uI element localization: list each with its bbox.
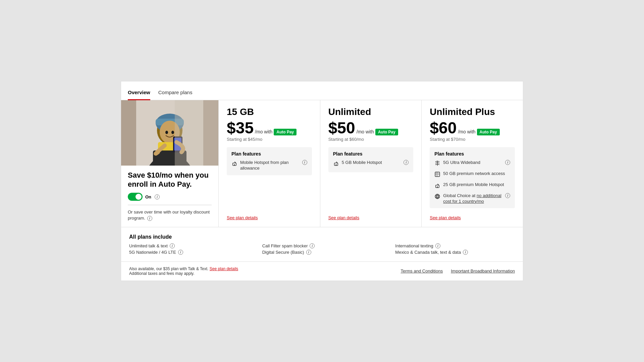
info-icon-intl-texting[interactable]: i bbox=[435, 243, 440, 248]
price-unlimited-plus: $60 bbox=[430, 120, 457, 136]
info-icon-5g-lte[interactable]: i bbox=[178, 250, 183, 255]
starting-at-unlimited: Starting at $60/mo bbox=[328, 137, 414, 142]
terms-conditions-link[interactable]: Terms and Conditions bbox=[400, 268, 443, 274]
price-per-mo-unlimited: /mo with bbox=[357, 129, 374, 134]
tab-overview[interactable]: Overview bbox=[128, 87, 150, 100]
feature-item-network: 50 GB premium network access bbox=[434, 171, 510, 179]
info-icon-autopay[interactable]: i bbox=[155, 194, 160, 199]
all-plans-item-digital-secure: Digital Secure (Basic) i bbox=[262, 250, 382, 255]
price-per-mo-unlimited-plus: /mo with bbox=[458, 129, 475, 134]
svg-point-7 bbox=[165, 131, 168, 134]
hotspot-icon bbox=[231, 160, 237, 168]
footer-see-plan-details[interactable]: See plan details bbox=[210, 266, 238, 271]
starting-at-unlimited-plus: Starting at $70/mo bbox=[430, 137, 515, 142]
price-row-unlimited-plus: $60 /mo with Auto Pay bbox=[430, 120, 515, 136]
info-icon-call-filter[interactable]: i bbox=[310, 243, 315, 248]
plan-15gb: 15 GB $35 /mo with Auto Pay Starting at … bbox=[219, 100, 320, 227]
all-plans-item-mexico-canada: Mexico & Canada talk, text & data i bbox=[395, 250, 515, 255]
all-plans-grid: Unlimited talk & text i Call Filter spam… bbox=[129, 243, 515, 255]
features-title-unlimited: Plan features bbox=[333, 151, 409, 157]
starting-at-15gb: Starting at $45/mo bbox=[227, 137, 312, 142]
wideband-icon bbox=[434, 160, 440, 168]
price-row-15gb: $35 /mo with Auto Pay bbox=[227, 120, 312, 136]
features-title-unlimited-plus: Plan features bbox=[434, 151, 510, 157]
feature-text-wideband: 5G Ultra Wideband bbox=[443, 160, 502, 166]
page-container: Overview Compare plans bbox=[121, 81, 523, 281]
feature-text-network: 50 GB premium network access bbox=[443, 171, 510, 177]
footer-section: Also available, our $35 plan with Talk &… bbox=[121, 261, 523, 281]
info-icon-loyalty[interactable]: i bbox=[147, 216, 152, 221]
plan-15gb-name: 15 GB bbox=[227, 107, 312, 117]
svg-point-8 bbox=[171, 131, 174, 134]
hotspot-icon bbox=[333, 160, 339, 168]
premium-hotspot-icon bbox=[434, 182, 440, 190]
svg-rect-13 bbox=[175, 100, 218, 166]
info-icon-global[interactable]: i bbox=[505, 193, 510, 198]
autopay-badge-unlimited: Auto Pay bbox=[375, 129, 398, 135]
all-plans-title: All plans include bbox=[129, 234, 515, 240]
globe-icon bbox=[434, 193, 440, 201]
plans-container: 15 GB $35 /mo with Auto Pay Starting at … bbox=[218, 100, 523, 227]
price-row-unlimited: $50 /mo with Auto Pay bbox=[328, 120, 414, 136]
footer-right: Terms and Conditions Important Broadband… bbox=[400, 268, 515, 274]
features-box-unlimited-plus: Plan features 5G Ultra Wideband bbox=[430, 147, 515, 208]
info-icon-talk-text[interactable]: i bbox=[170, 243, 175, 248]
see-plan-link-unlimited[interactable]: See plan details bbox=[328, 215, 414, 220]
all-plans-item-5g-lte: 5G Nationwide / 4G LTE i bbox=[129, 250, 249, 255]
feature-item-wideband: 5G Ultra Wideband i bbox=[434, 160, 510, 168]
loyalty-text: Or save over time with our loyalty disco… bbox=[128, 209, 212, 221]
feature-text-premium-hotspot: 25 GB premium Mobile Hotspot bbox=[443, 182, 510, 188]
info-icon-mexico-canada[interactable]: i bbox=[463, 250, 468, 255]
plan-unlimited-name: Unlimited bbox=[328, 107, 414, 117]
info-icon-wideband[interactable]: i bbox=[505, 160, 510, 165]
features-title-15gb: Plan features bbox=[231, 151, 307, 157]
all-plans-item-call-filter: Call Filter spam blocker i bbox=[262, 243, 382, 248]
promo-image bbox=[121, 100, 218, 166]
price-15gb: $35 bbox=[227, 120, 254, 136]
svg-point-21 bbox=[435, 194, 440, 199]
all-plans-item-talk-text: Unlimited talk & text i bbox=[129, 243, 249, 248]
feature-item: 5 GB Mobile Hotspot i bbox=[333, 160, 409, 168]
svg-point-20 bbox=[437, 187, 438, 187]
plan-unlimited: Unlimited $50 /mo with Auto Pay Starting… bbox=[320, 100, 422, 227]
svg-point-17 bbox=[336, 165, 336, 165]
features-box-unlimited: Plan features 5 GB Mobile Hotspot i bbox=[328, 147, 414, 172]
price-per-mo-15gb: /mo with bbox=[255, 129, 272, 134]
feature-item: Mobile Hotspot from plan allowance i bbox=[231, 160, 307, 171]
autopay-toggle[interactable] bbox=[128, 193, 143, 201]
divider bbox=[128, 205, 212, 205]
feature-text-hotspot: Mobile Hotspot from plan allowance bbox=[240, 160, 299, 171]
footer-left: Also available, our $35 plan with Talk &… bbox=[129, 266, 238, 276]
main-content: Save $10/mo when you enroll in Auto Pay.… bbox=[121, 100, 523, 227]
feature-item-global: Global Choice at no additional cost for … bbox=[434, 193, 510, 204]
autopay-badge-15gb: Auto Pay bbox=[274, 129, 297, 135]
tabs: Overview Compare plans bbox=[121, 81, 523, 100]
autopay-badge-unlimited-plus: Auto Pay bbox=[477, 129, 500, 135]
see-plan-link-unlimited-plus[interactable]: See plan details bbox=[430, 215, 515, 220]
promo-panel: Save $10/mo when you enroll in Auto Pay.… bbox=[121, 100, 218, 227]
tab-compare-plans[interactable]: Compare plans bbox=[158, 87, 193, 100]
also-available-text: Also available, our $35 plan with Talk &… bbox=[129, 266, 238, 271]
feature-item-premium-hotspot: 25 GB premium Mobile Hotspot bbox=[434, 182, 510, 190]
info-icon-hotspot[interactable]: i bbox=[302, 160, 307, 165]
info-icon-digital-secure[interactable]: i bbox=[306, 250, 311, 255]
feature-text-global: Global Choice at no additional cost for … bbox=[443, 193, 502, 204]
toggle-label: On bbox=[145, 194, 151, 199]
plan-unlimited-plus: Unlimited Plus $60 /mo with Auto Pay Sta… bbox=[422, 100, 523, 227]
autopay-toggle-row: On i bbox=[128, 193, 212, 201]
price-unlimited: $50 bbox=[328, 120, 355, 136]
promo-heading: Save $10/mo when you enroll in Auto Pay. bbox=[128, 171, 212, 189]
feature-text-5gb-hotspot: 5 GB Mobile Hotspot bbox=[342, 160, 400, 166]
global-choice-link[interactable]: no additional cost for 1 country/mo bbox=[443, 193, 501, 204]
network-icon bbox=[434, 171, 440, 179]
broadband-info-link[interactable]: Important Broadband Information bbox=[451, 268, 515, 274]
plan-unlimited-plus-name: Unlimited Plus bbox=[430, 107, 515, 117]
info-icon-5gb-hotspot[interactable]: i bbox=[404, 160, 409, 165]
promo-text: Save $10/mo when you enroll in Auto Pay.… bbox=[121, 166, 218, 227]
features-box-15gb: Plan features Mobile Hotspot from plan a… bbox=[227, 147, 312, 175]
taxes-note: Additional taxes and fees may apply. bbox=[129, 271, 238, 276]
all-plans-section: All plans include Unlimited talk & text … bbox=[121, 227, 523, 261]
see-plan-link-15gb[interactable]: See plan details bbox=[227, 215, 312, 220]
all-plans-item-intl-texting: International texting i bbox=[395, 243, 515, 248]
svg-point-15 bbox=[234, 165, 235, 165]
